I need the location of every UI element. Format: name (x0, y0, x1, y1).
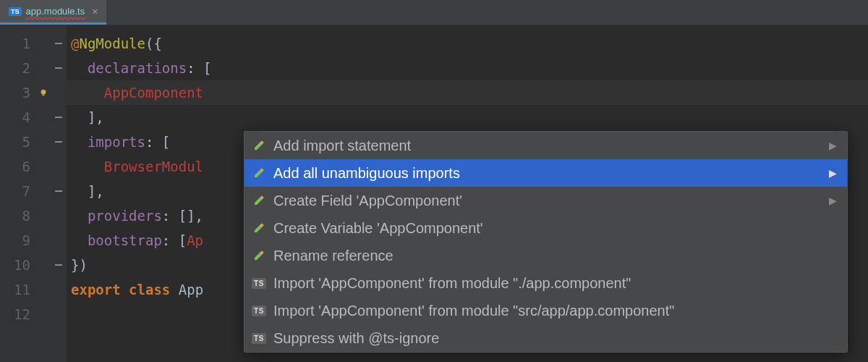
intention-action-item[interactable]: Create Variable 'AppComponent' (244, 214, 847, 242)
intention-action-label: Import 'AppComponent' from module "src/a… (273, 303, 837, 319)
svg-point-0 (41, 90, 46, 95)
line-number: 8 (0, 203, 51, 228)
intention-actions-popup: Add import statement▶Add all unambiguous… (244, 131, 848, 353)
svg-rect-6 (55, 141, 62, 143)
fold-toggle[interactable] (51, 179, 67, 203)
pencil-icon (252, 167, 266, 179)
line-number: 12 (0, 302, 51, 327)
svg-rect-5 (55, 117, 62, 118)
intention-action-item[interactable]: TSSuppress with @ts-ignore (244, 324, 847, 352)
code-line[interactable]: AppComponent (67, 80, 868, 105)
line-number: 5 (0, 130, 51, 154)
fold-toggle[interactable] (51, 130, 67, 154)
intention-action-label: Import 'AppComponent' from module "./app… (273, 275, 837, 292)
line-number: 6 (0, 154, 51, 179)
line-number: 1 (0, 31, 51, 56)
typescript-icon: TS (9, 7, 22, 16)
chevron-right-icon: ▶ (829, 167, 837, 179)
line-number: 2 (0, 56, 51, 80)
intention-action-item[interactable]: Create Field 'AppComponent'▶ (244, 187, 847, 214)
intention-action-item[interactable]: TSImport 'AppComponent' from module "./a… (244, 269, 847, 297)
typescript-icon: TS (252, 278, 266, 289)
line-number: 7 (0, 179, 51, 203)
editor-area: 1 2 3 4 5 6 7 8 9 10 11 12 @NgModule({ d… (0, 25, 868, 362)
file-tab[interactable]: TS app.module.ts × (0, 0, 106, 25)
line-number: 11 (0, 277, 51, 302)
typescript-icon: TS (252, 306, 266, 316)
intention-action-label: Create Field 'AppComponent' (273, 193, 822, 209)
intention-action-item[interactable]: TSImport 'AppComponent' from module "src… (244, 297, 847, 324)
intention-action-label: Add all unambiguous imports (273, 165, 822, 182)
pencil-icon (252, 222, 266, 234)
lightbulb-icon[interactable] (39, 88, 48, 97)
svg-rect-4 (55, 67, 62, 69)
intention-action-label: Suppress with @ts-ignore (273, 330, 837, 347)
typescript-icon: TS (252, 333, 266, 344)
chevron-right-icon: ▶ (829, 195, 837, 206)
svg-rect-1 (42, 94, 44, 96)
fold-toggle[interactable] (51, 253, 67, 277)
fold-gutter (51, 25, 67, 362)
code-line[interactable]: declarations: [ (67, 56, 868, 80)
fold-toggle[interactable] (51, 56, 67, 80)
pencil-icon (252, 250, 266, 261)
fold-toggle[interactable] (51, 31, 67, 56)
intention-action-label: Add import statement (273, 138, 822, 154)
line-number: 3 (0, 80, 51, 105)
chevron-right-icon: ▶ (829, 140, 837, 151)
fold-toggle[interactable] (51, 105, 67, 130)
line-number-gutter: 1 2 3 4 5 6 7 8 9 10 11 12 (0, 25, 51, 362)
pencil-icon (252, 195, 266, 206)
code-line[interactable]: @NgModule({ (67, 31, 868, 56)
tab-filename: app.module.ts (26, 6, 85, 17)
intention-action-item[interactable]: Add import statement▶ (244, 132, 847, 159)
intention-action-item[interactable]: Add all unambiguous imports▶ (244, 159, 847, 187)
code-line[interactable]: ], (67, 105, 868, 130)
intention-action-label: Rename reference (273, 248, 837, 264)
line-number: 4 (0, 105, 51, 130)
intention-action-item[interactable]: Rename reference (244, 242, 847, 269)
tab-bar: TS app.module.ts × (0, 0, 868, 25)
intention-action-label: Create Variable 'AppComponent' (273, 220, 837, 237)
line-number: 9 (0, 228, 51, 253)
close-icon[interactable]: × (92, 6, 98, 17)
svg-rect-7 (55, 190, 62, 192)
pencil-icon (252, 140, 266, 151)
svg-rect-8 (55, 264, 62, 266)
line-number: 10 (0, 253, 51, 277)
